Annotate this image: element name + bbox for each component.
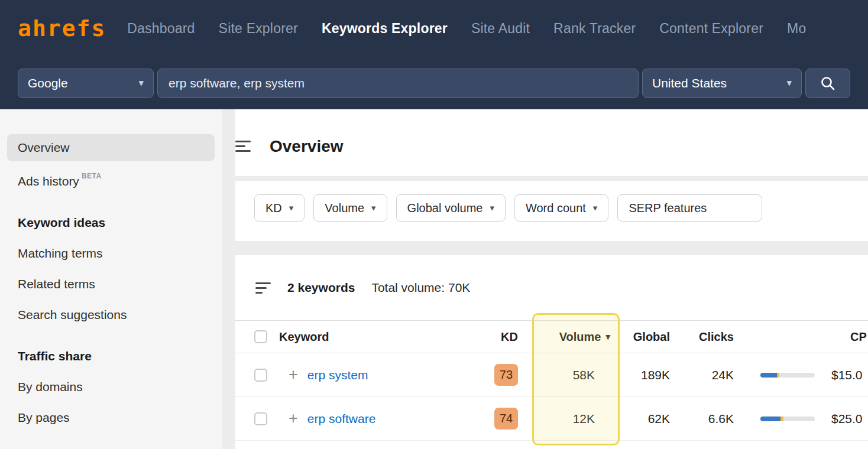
keywords-count: 2 keywords [287, 281, 355, 295]
volume-cell: 58K [518, 368, 618, 382]
title-section: Overview [235, 109, 868, 176]
nav-site-explorer[interactable]: Site Explorer [219, 21, 298, 37]
clicks-cell: 24K [695, 368, 760, 382]
chevron-down-icon: ▾ [593, 203, 598, 213]
sidebar-item-search-suggestions[interactable]: Search suggestions [7, 301, 215, 328]
col-volume-label: Volume [559, 330, 601, 344]
section-divider [235, 176, 868, 181]
filter-label: Word count [526, 201, 586, 215]
global-cell: 62K [618, 412, 695, 426]
chevron-down-icon: ▾ [371, 203, 376, 213]
sidebar-item-overview[interactable]: Overview [7, 134, 215, 161]
sidebar-toggle-icon[interactable] [235, 141, 251, 152]
row-checkbox[interactable] [254, 412, 267, 425]
add-to-list-icon[interactable]: + [289, 411, 298, 427]
kd-cell: 74 [467, 408, 518, 430]
filter-global-volume[interactable]: Global volume ▾ [396, 194, 506, 222]
col-kd[interactable]: KD [467, 330, 518, 344]
beta-badge: BETA [82, 172, 102, 180]
filter-label: SERP features [629, 201, 707, 215]
row-checkbox[interactable] [254, 369, 267, 382]
filter-kd[interactable]: KD ▾ [254, 194, 305, 222]
kd-badge: 73 [494, 364, 518, 386]
search-icon [820, 76, 835, 91]
main-nav: Dashboard Site Explorer Keywords Explore… [127, 21, 806, 37]
clicks-distribution-bar [760, 417, 815, 421]
chevron-down-icon: ▾ [138, 77, 144, 89]
global-cell: 189K [618, 368, 695, 382]
keyword-link[interactable]: erp software [307, 412, 376, 426]
sidebar-item-by-domains[interactable]: By domains [7, 373, 215, 401]
add-to-list-icon[interactable]: + [289, 367, 298, 383]
table-row: + erp system 73 58K 189K 24K $15.0 [235, 353, 868, 397]
bar-cell [760, 417, 824, 421]
keywords-table: 2 keywords Total volume: 70K Keyword KD … [235, 255, 868, 449]
kd-badge: 74 [494, 408, 518, 430]
search-button[interactable] [805, 69, 850, 98]
sidebar-item-label: Ads history [18, 174, 79, 188]
sort-desc-icon: ▾ [605, 331, 610, 342]
col-global[interactable]: Global [618, 330, 695, 344]
sidebar-header-keyword-ideas: Keyword ideas [7, 209, 215, 236]
chevron-down-icon: ▾ [490, 203, 494, 213]
header-checkbox-cell [254, 330, 279, 343]
sidebar-item-by-pages[interactable]: By pages [7, 404, 215, 431]
cpc-cell: $25.0 [824, 412, 868, 426]
kd-cell: 73 [467, 364, 518, 386]
main-panel: Overview KD ▾ Volume ▾ Global volume ▾ W… [235, 109, 868, 449]
table-toolbar: 2 keywords Total volume: 70K [235, 255, 868, 320]
nav-dashboard[interactable]: Dashboard [127, 21, 195, 37]
filter-serp-features[interactable]: SERP features [617, 194, 762, 222]
search-engine-value: Google [28, 76, 68, 90]
section-divider [235, 241, 868, 255]
keyword-link[interactable]: erp system [307, 368, 368, 382]
app-root: ahrefs Dashboard Site Explorer Keywords … [0, 0, 868, 449]
row-checkbox-cell [254, 369, 279, 382]
nav-content-explorer[interactable]: Content Explorer [659, 21, 763, 37]
nav-row: ahrefs Dashboard Site Explorer Keywords … [0, 0, 868, 57]
keyword-cell: + erp software [279, 411, 467, 427]
sidebar-item-matching-terms[interactable]: Matching terms [7, 240, 215, 267]
row-checkbox-cell [254, 412, 279, 425]
bar-cell [760, 373, 824, 378]
filters-bar: KD ▾ Volume ▾ Global volume ▾ Word count… [235, 181, 868, 241]
sidebar-header-traffic-share: Traffic share [7, 343, 215, 370]
nav-more[interactable]: Mo [787, 21, 806, 37]
filter-word-count[interactable]: Word count ▾ [514, 194, 608, 222]
filter-label: Volume [325, 201, 364, 215]
ahrefs-logo[interactable]: ahrefs [18, 15, 106, 41]
col-keyword[interactable]: Keyword [279, 330, 467, 344]
search-bar: Google ▾ United States ▾ [0, 57, 868, 109]
country-value: United States [652, 76, 727, 90]
col-cpc[interactable]: CP [824, 330, 868, 344]
chevron-down-icon: ▾ [289, 203, 294, 213]
nav-rank-tracker[interactable]: Rank Tracker [553, 21, 636, 37]
chevron-down-icon: ▾ [786, 77, 792, 89]
filter-label: Global volume [407, 201, 483, 215]
keyword-cell: + erp system [279, 367, 467, 383]
keywords-input[interactable] [157, 69, 639, 98]
list-options-icon[interactable] [255, 282, 271, 294]
sidebar-item-related-terms[interactable]: Related terms [7, 271, 215, 298]
select-all-checkbox[interactable] [254, 330, 267, 343]
col-clicks[interactable]: Clicks [695, 330, 760, 344]
nav-keywords-explorer[interactable]: Keywords Explorer [322, 21, 448, 37]
clicks-distribution-bar [760, 373, 815, 378]
content-area: Overview Ads historyBETA Keyword ideas M… [0, 109, 868, 449]
country-select[interactable]: United States ▾ [642, 69, 802, 98]
search-engine-select[interactable]: Google ▾ [18, 69, 154, 98]
filter-label: KD [265, 201, 282, 215]
volume-cell: 12K [518, 412, 618, 426]
clicks-cell: 6.6K [695, 412, 760, 426]
total-volume: Total volume: 70K [371, 281, 470, 295]
nav-site-audit[interactable]: Site Audit [471, 21, 530, 37]
sidebar-item-ads-history[interactable]: Ads historyBETA [7, 165, 215, 195]
cpc-cell: $15.0 [824, 368, 868, 382]
col-volume[interactable]: Volume ▾ [518, 330, 618, 344]
filter-volume[interactable]: Volume ▾ [313, 194, 387, 222]
table-row: + erp software 74 12K 62K 6.6K $25.0 [235, 397, 868, 441]
top-navigation: ahrefs Dashboard Site Explorer Keywords … [0, 0, 868, 109]
page-title: Overview [270, 137, 344, 156]
table-header-row: Keyword KD Volume ▾ Global Clicks CP [235, 320, 868, 353]
sidebar: Overview Ads historyBETA Keyword ideas M… [0, 109, 222, 449]
